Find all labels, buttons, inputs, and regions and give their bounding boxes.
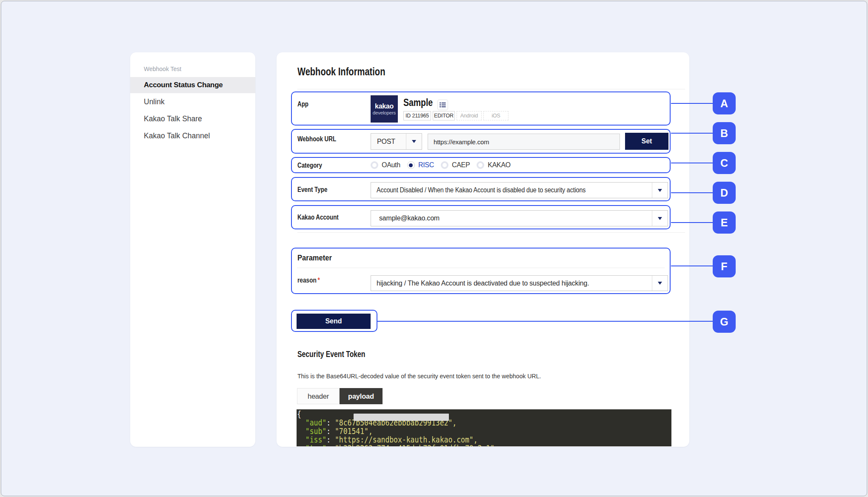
code-token: : [326, 443, 335, 446]
method-caret-zone [406, 134, 422, 149]
webhook-information-card: Webhook Information App kakao developers… [277, 52, 689, 447]
http-method-select[interactable]: POST [371, 133, 422, 150]
send-section: Send [291, 310, 377, 332]
radio-circle-icon [477, 161, 484, 169]
callout-line-g [377, 321, 713, 322]
sidebar: Webhook Test Account Status Change Unlin… [130, 52, 255, 447]
app-platform-ios-badge: iOS [483, 111, 508, 120]
app-list-button[interactable] [437, 100, 448, 110]
list-icon [440, 102, 446, 108]
sidebar-group-label: Webhook Test [144, 65, 255, 73]
webhook-url-input[interactable] [428, 134, 620, 150]
kakao-account-caret-zone [652, 211, 668, 226]
radio-oauth[interactable]: OAuth [371, 161, 400, 169]
security-token-heading: Security Event Token [297, 348, 365, 360]
tab-payload[interactable]: payload [340, 388, 383, 404]
reason-select[interactable]: hijacking / The Kakao Account is deactiv… [371, 275, 668, 291]
redaction-overlay [354, 414, 449, 421]
callout-badge-d: D [713, 182, 736, 204]
radio-kakao[interactable]: KAKAO [477, 161, 511, 169]
radio-risc[interactable]: RISC [407, 161, 434, 169]
required-asterisk: * [317, 276, 320, 284]
app-badges: ID 211965 EDITOR Android iOS [403, 111, 508, 120]
callout-badge-c: C [713, 152, 736, 174]
parameter-title: Parameter [297, 252, 332, 263]
callout-badge-f: F [713, 255, 736, 277]
app-label: App [297, 99, 308, 109]
chevron-down-icon [658, 217, 662, 220]
code-line: "sub": "701541", [297, 427, 494, 435]
event-type-caret-zone [652, 183, 668, 198]
app-section: App kakao developers Sample ID 211965 ED… [291, 91, 671, 126]
code-line: "iss": "https://sandbox-kauth.kakao.com"… [297, 435, 494, 444]
app-platform-android-badge: Android [457, 111, 482, 120]
code-token: "b32b8263-774c-415d-b72f-01dfbc70a2e1" [335, 443, 494, 446]
code-token: "txn" [306, 443, 326, 446]
radio-circle-icon [441, 161, 448, 169]
event-type-label: Event Type [297, 185, 327, 194]
parameter-section: Parameter reason* hijacking / The Kakao … [291, 248, 671, 294]
callout-line-c [671, 163, 713, 163]
sidebar-item-kakao-talk-share[interactable]: Kakao Talk Share [130, 110, 255, 127]
security-token-description: This is the Base64URL-decoded value of t… [297, 372, 541, 380]
sidebar-item-account-status-change[interactable]: Account Status Change [130, 77, 255, 93]
radio-circle-icon [371, 161, 378, 169]
category-section: Category OAuth RISC CAEP KAKAO [291, 157, 671, 173]
radio-circle-checked-icon [407, 161, 415, 169]
callout-line-d [671, 192, 713, 193]
page-background: Webhook Test Account Status Change Unlin… [1, 1, 867, 496]
app-name: Sample [403, 96, 433, 109]
callout-badge-b: B [713, 122, 736, 144]
event-type-section: Event Type Account Disabled / When the K… [291, 177, 671, 201]
parameter-divider [297, 268, 665, 268]
callout-line-a [671, 103, 713, 104]
event-type-select[interactable]: Account Disabled / When the Kakao Accoun… [371, 182, 668, 198]
set-button[interactable]: Set [625, 133, 668, 150]
category-label: Category [297, 160, 322, 170]
callout-badge-g: G [713, 311, 736, 333]
callout-line-b [671, 133, 713, 134]
callout-badge-a: A [713, 92, 736, 114]
sidebar-item-unlink[interactable]: Unlink [130, 93, 255, 110]
app-id-badge: ID 211965 [403, 111, 431, 120]
code-line: "txn": "b32b8263-774c-415d-b72f-01dfbc70… [297, 444, 494, 446]
token-tabs: header payload [297, 388, 383, 404]
radio-caep[interactable]: CAEP [441, 161, 470, 169]
kakao-developers-logo: kakao developers [371, 95, 398, 123]
page-title: Webhook Information [297, 65, 385, 78]
kakao-account-section: Kakao Account sample@kakao.com [291, 205, 671, 229]
webhook-url-label: Webhook URL [297, 134, 336, 143]
token-payload-code-block: { "aud": "8c67b504eab62ebbbab29913e2", "… [297, 409, 671, 446]
chevron-down-icon [412, 140, 416, 143]
callout-line-e [671, 222, 713, 223]
kakao-account-label: Kakao Account [297, 212, 339, 222]
kakao-account-select[interactable]: sample@kakao.com [371, 210, 668, 226]
callout-badge-e: E [713, 211, 736, 234]
code-token: , [452, 417, 457, 428]
callout-line-f [671, 266, 713, 266]
webhook-url-section: Webhook URL POST Set [291, 129, 671, 154]
chevron-down-icon [658, 282, 662, 285]
tab-header[interactable]: header [297, 388, 340, 404]
sidebar-item-kakao-talk-channel[interactable]: Kakao Talk Channel [130, 127, 255, 144]
reason-label: reason* [297, 275, 320, 285]
divider-top [297, 89, 685, 89]
chevron-down-icon [658, 189, 662, 192]
sidebar-nav: Account Status Change Unlink Kakao Talk … [130, 77, 255, 144]
category-options: OAuth RISC CAEP KAKAO [371, 158, 517, 172]
reason-caret-zone [652, 276, 668, 291]
code-token [297, 443, 306, 446]
send-button[interactable]: Send [297, 314, 371, 329]
app-role-badge: EDITOR [433, 111, 455, 120]
divider-middle [297, 232, 685, 233]
